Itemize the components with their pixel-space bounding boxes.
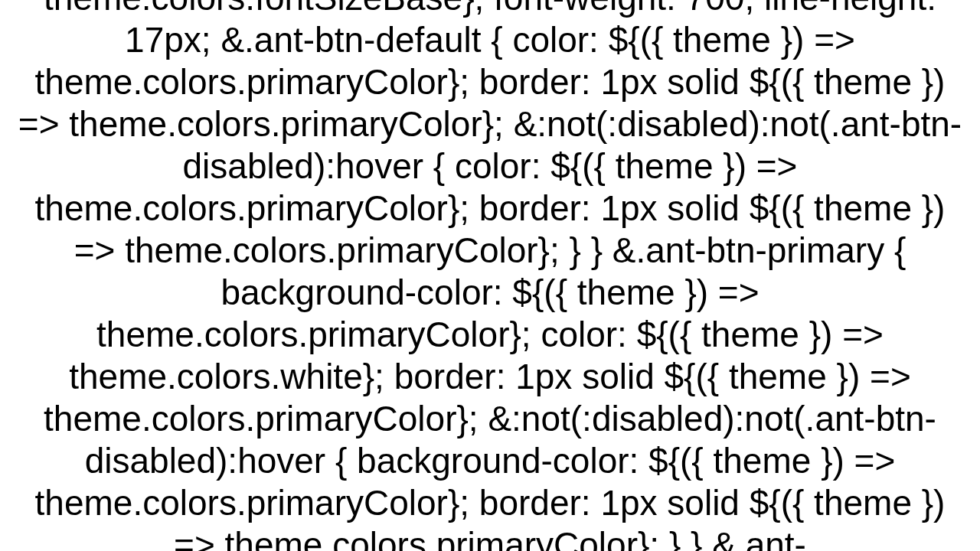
code-snippet-text: theme.colors.fontSizeBase}; font-weight:… [0,0,980,551]
